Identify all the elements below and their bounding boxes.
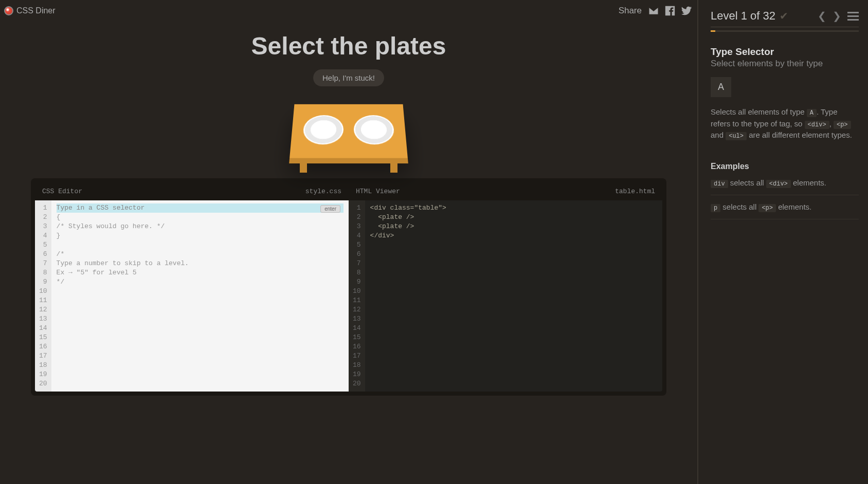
plate-2[interactable] bbox=[354, 115, 395, 144]
level-indicator[interactable]: Level 1 of 32 ✔ bbox=[711, 9, 788, 23]
logo[interactable]: CSS Diner bbox=[4, 6, 56, 15]
share-area: Share bbox=[619, 5, 692, 16]
table-visual bbox=[0, 102, 697, 160]
next-level-arrow[interactable]: ❯ bbox=[833, 10, 841, 22]
table-leg bbox=[300, 163, 307, 173]
progress-fill bbox=[711, 30, 715, 32]
html-line-numbers: 1234567891011121314151617181920 bbox=[349, 200, 365, 392]
twitter-icon[interactable] bbox=[681, 5, 692, 16]
example-2: p selects all <p> elements. bbox=[711, 202, 859, 219]
table-leg bbox=[390, 163, 397, 173]
html-filename: table.html bbox=[615, 188, 655, 195]
selector-description: Selects all elements of type A. Type ref… bbox=[711, 106, 859, 141]
html-code-content[interactable]: <div class="table"> <plate /> <plate /><… bbox=[365, 200, 662, 392]
help-button[interactable]: Help, I'm stuck! bbox=[313, 69, 384, 86]
html-viewer-title: HTML Viewer bbox=[356, 188, 400, 195]
enter-button[interactable]: enter bbox=[320, 205, 340, 213]
facebook-icon[interactable] bbox=[664, 5, 676, 16]
selector-subtitle: Select elements by their type bbox=[711, 59, 859, 69]
prev-level-arrow[interactable]: ❮ bbox=[818, 10, 826, 22]
app-name: CSS Diner bbox=[16, 6, 56, 15]
css-line-numbers: 1234567891011121314151617181920 bbox=[35, 200, 51, 392]
css-editor-title: CSS Editor bbox=[42, 188, 82, 195]
logo-icon bbox=[4, 6, 13, 15]
progress-bar bbox=[711, 30, 859, 32]
css-code-content[interactable]: Type in a CSS selector enter {/* Styles … bbox=[51, 200, 349, 392]
css-input-line[interactable]: Type in a CSS selector enter bbox=[57, 203, 343, 213]
css-filename: style.css bbox=[305, 188, 341, 195]
html-viewer-pane: HTML Viewer table.html 12345678910111213… bbox=[349, 182, 662, 392]
header: CSS Diner Share bbox=[0, 0, 697, 16]
sidebar: Level 1 of 32 ✔ ❮ ❯ Type Selector Select… bbox=[698, 0, 868, 484]
page-title: Select the plates bbox=[0, 32, 697, 60]
example-1: div selects all <div> elements. bbox=[711, 178, 859, 195]
syntax-box: A bbox=[711, 77, 731, 97]
css-editor-pane: CSS Editor style.css 1234567891011121314… bbox=[35, 182, 349, 392]
editor-container: CSS Editor style.css 1234567891011121314… bbox=[31, 178, 666, 396]
css-input-placeholder: Type in a CSS selector bbox=[57, 204, 145, 212]
plate-1[interactable] bbox=[302, 115, 343, 144]
share-label: Share bbox=[619, 6, 642, 16]
selector-name: Type Selector bbox=[711, 46, 859, 58]
check-icon: ✔ bbox=[780, 10, 788, 22]
email-icon[interactable] bbox=[648, 5, 659, 16]
menu-icon[interactable] bbox=[847, 12, 859, 21]
examples-heading: Examples bbox=[711, 162, 859, 171]
table-top bbox=[290, 104, 408, 158]
main-area: CSS Diner Share Select the plates Help, … bbox=[0, 0, 698, 484]
